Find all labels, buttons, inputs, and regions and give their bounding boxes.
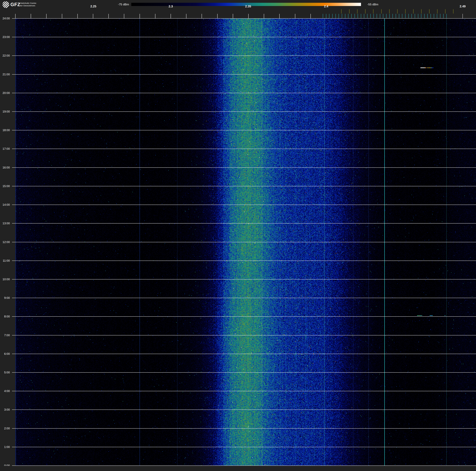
header-bar: GFZ Helmholtz Centre for Geosciences -75… xyxy=(0,0,476,18)
freq-axis-label: 2.3 xyxy=(162,5,180,8)
freq-tick xyxy=(345,14,345,18)
freq-minor-tick-upper xyxy=(429,9,429,14)
time-axis-label: 2:00 xyxy=(0,427,10,430)
time-axis-label: 1:00 xyxy=(0,445,10,449)
freq-axis-label: 2.35 xyxy=(239,5,257,8)
freq-tick xyxy=(93,14,93,18)
freq-tick xyxy=(329,14,329,18)
freq-tick xyxy=(437,14,437,18)
hour-gridline xyxy=(12,279,476,279)
hour-gridline xyxy=(12,261,476,261)
freq-tick xyxy=(326,14,326,18)
rf-burst-segment xyxy=(420,315,421,316)
time-axis-label: 8:00 xyxy=(0,315,10,318)
freq-tick xyxy=(217,14,218,18)
rf-burst-segment xyxy=(445,315,445,316)
freq-tick xyxy=(370,14,371,18)
freq-tick xyxy=(155,14,155,18)
hour-gridline xyxy=(12,298,476,298)
freq-minor-tick-upper xyxy=(373,9,374,14)
hour-gridline xyxy=(12,205,476,205)
freq-tick xyxy=(351,14,352,18)
freq-tick xyxy=(342,14,342,18)
hour-gridline xyxy=(12,335,476,335)
freq-tick xyxy=(186,14,187,18)
rf-speck xyxy=(352,408,352,408)
freq-tick xyxy=(31,14,31,18)
hour-gridline xyxy=(12,111,476,112)
freq-axis-label: 2.25 xyxy=(84,5,102,8)
freq-tick xyxy=(233,14,233,18)
freq-tick xyxy=(108,14,109,18)
hour-gridline xyxy=(12,37,476,37)
freq-minor-tick-upper xyxy=(341,9,341,14)
freq-minor-tick-upper xyxy=(365,9,365,14)
gfz-globe-icon xyxy=(2,1,9,8)
freq-tick xyxy=(392,14,393,18)
freq-tick xyxy=(124,14,124,18)
time-axis-label: 17:00 xyxy=(0,147,10,150)
time-axis-label: 13:00 xyxy=(0,222,10,225)
time-axis-label: 21:00 xyxy=(0,73,10,76)
time-axis-label: 12:00 xyxy=(0,240,10,244)
freq-minor-tick-upper xyxy=(397,9,398,14)
freq-minor-tick-upper xyxy=(453,9,453,14)
freq-tick xyxy=(440,14,440,18)
freq-tick xyxy=(424,14,425,18)
freq-tick xyxy=(380,14,380,18)
freq-tick xyxy=(323,14,323,18)
freq-tick xyxy=(310,14,311,18)
time-axis-label: 9:00 xyxy=(0,296,10,300)
freq-tick xyxy=(279,14,280,18)
freq-axis-label: 2.4 xyxy=(317,5,335,8)
hour-gridline xyxy=(12,18,476,18)
freq-minor-tick-upper xyxy=(421,9,422,14)
rf-burst-segment xyxy=(425,68,426,68)
gfz-brand: GFZ xyxy=(10,2,20,7)
time-axis-label: 18:00 xyxy=(0,128,10,132)
freq-tick xyxy=(443,14,443,18)
freq-minor-tick-upper xyxy=(413,9,413,14)
freq-tick xyxy=(374,14,374,18)
freq-tick xyxy=(364,14,364,18)
freq-minor-tick-upper xyxy=(381,9,382,14)
freq-tick xyxy=(396,14,396,18)
freq-tick xyxy=(411,14,412,18)
hour-gridline xyxy=(12,316,476,317)
time-axis-label: 11:00 xyxy=(0,259,10,262)
freq-tick xyxy=(367,14,367,18)
hour-gridline xyxy=(12,130,476,130)
hour-gridline xyxy=(12,167,476,168)
freq-tick xyxy=(202,14,202,18)
freq-tick xyxy=(402,14,402,18)
hour-gridline xyxy=(12,428,476,429)
rf-burst-segment xyxy=(417,315,419,316)
hour-gridline xyxy=(12,74,476,74)
freq-minor-tick-upper xyxy=(389,9,390,14)
hour-gridline xyxy=(12,391,476,391)
hour-gridline xyxy=(12,55,476,56)
hour-gridline xyxy=(12,372,476,373)
freq-tick xyxy=(348,14,348,18)
freq-minor-tick-upper xyxy=(357,9,357,14)
rf-speck xyxy=(345,115,345,116)
freq-tick xyxy=(446,14,447,18)
time-axis-label: 3:00 xyxy=(0,408,10,411)
time-axis-label: 7:00 xyxy=(0,334,10,337)
footer-bar: https://doi.org/10.5880/GFZ.1.2.2024.003… xyxy=(0,466,476,471)
freq-tick xyxy=(418,14,418,18)
hour-gridline xyxy=(12,186,476,186)
freq-tick xyxy=(248,14,249,18)
institute-name: Helmholtz Centre for Geosciences xyxy=(20,2,36,7)
time-axis-label: 10:00 xyxy=(0,278,10,281)
hour-gridline xyxy=(12,447,476,447)
freq-axis-label: 2.49 xyxy=(453,5,472,8)
freq-tick xyxy=(390,14,390,18)
time-axis-label: 19:00 xyxy=(0,110,10,113)
time-axis-label: 22:00 xyxy=(0,54,10,57)
colorbar-max-label: -55 dBm xyxy=(367,3,401,6)
time-axis-label: 4:00 xyxy=(0,389,10,393)
hour-gridline xyxy=(12,410,476,410)
freq-tick xyxy=(140,14,140,18)
freq-tick xyxy=(77,14,78,18)
